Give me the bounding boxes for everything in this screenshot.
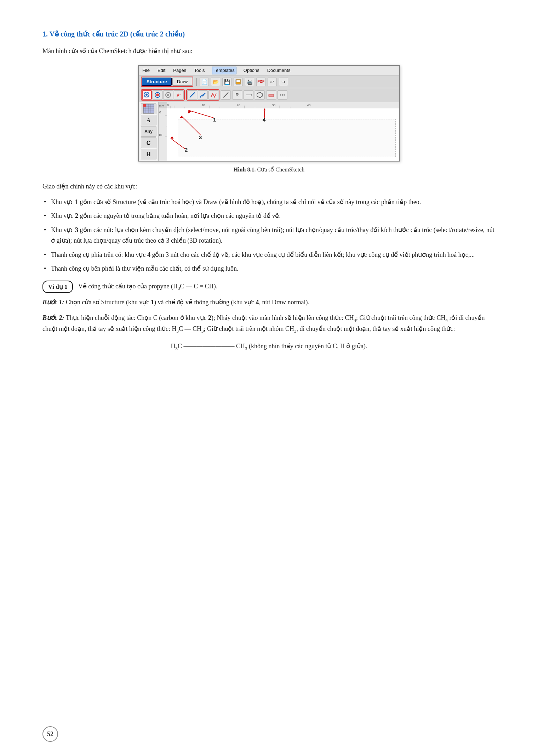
select-tools-group (141, 89, 185, 101)
chemsketch-container: File Edit Pages Tools Templates Options … (42, 65, 496, 162)
element-c[interactable]: C (141, 137, 156, 148)
svg-text:0: 0 (167, 103, 169, 107)
element-a[interactable]: A (141, 115, 156, 125)
save-file-icon[interactable]: 💾 (222, 78, 231, 86)
bullet-5: Thanh công cụ bên phải là thư viện mẫu c… (42, 264, 496, 274)
vidu-row: Ví dụ 1 Vẽ công thức cấu tạo của propyne… (42, 281, 496, 293)
vertical-ruler: 0 10 (159, 108, 167, 161)
arrow-btn[interactable] (174, 90, 184, 100)
svg-marker-50 (179, 116, 183, 118)
svg-rect-1 (236, 80, 240, 82)
buoc1-label: Bước 1: (42, 299, 64, 306)
draw-chain-btn[interactable] (208, 90, 218, 100)
menu-pages[interactable]: Pages (172, 67, 187, 75)
element-sidebar: A Any C H (139, 102, 159, 161)
intro-paragraph: Màn hình cửa sổ của ChemSketch được hiển… (42, 46, 496, 57)
redo-icon[interactable]: ↪ (279, 78, 288, 86)
drawing-canvas: 0 10 1 4 3 (159, 108, 399, 161)
svg-line-7 (190, 92, 195, 97)
svg-text:40: 40 (307, 103, 311, 107)
canvas-area: mm 0 10 20 30 (159, 102, 399, 161)
toolbar-row2: R (139, 88, 399, 102)
buoc1-para: Bước 1: Chọn cửa sổ Structure (khu vực 1… (42, 297, 496, 308)
select-rotate-btn[interactable] (153, 90, 162, 100)
buoc2-para: Bước 2: Thực hiện chuỗi động tác: Chọn C… (42, 313, 496, 335)
menu-options[interactable]: Options (243, 67, 260, 75)
draw-area (178, 119, 396, 157)
section-heading: 1. Vẽ công thức cấu trúc 2D (cấu trúc 2 … (42, 28, 496, 40)
structure-draw-group: Structure Draw (141, 77, 193, 87)
r-group-btn[interactable]: R (232, 90, 242, 100)
menu-bar: File Edit Pages Tools Templates Options … (139, 66, 399, 76)
figure-caption: Hình 8.1. Cửa sổ ChemSketch (42, 165, 496, 174)
svg-point-17 (284, 94, 285, 96)
main-area: A Any C H mm 0 (139, 102, 399, 161)
svg-line-10 (223, 92, 228, 97)
bullet-1: Khu vực 1 gồm cửa sổ Structure (vẽ cấu t… (42, 197, 496, 208)
svg-rect-25 (143, 104, 146, 107)
select-move-btn[interactable] (142, 90, 152, 100)
bullet-4: Thanh công cụ phía trên có: khu vực 4 gồ… (42, 250, 496, 260)
label-2: 2 (185, 146, 188, 154)
svg-text:20: 20 (237, 103, 240, 107)
bullet-list: Khu vực 1 gồm cửa sổ Structure (vẽ cấu t… (42, 197, 496, 274)
menu-file[interactable]: File (142, 67, 150, 75)
draw-single-btn[interactable] (221, 90, 231, 100)
svg-marker-13 (257, 92, 263, 98)
svg-marker-48 (263, 108, 265, 110)
label-4: 4 (263, 115, 265, 124)
chemsketch-window: File Edit Pages Tools Templates Options … (138, 65, 400, 162)
svg-text:10: 10 (201, 103, 205, 107)
label-3: 3 (199, 133, 202, 142)
svg-point-15 (280, 94, 281, 96)
structure-button[interactable]: Structure (142, 78, 172, 86)
eraser-btn[interactable] (266, 90, 276, 100)
draw-tools-group (186, 89, 219, 101)
menu-templates[interactable]: Templates (212, 67, 236, 75)
svg-marker-12 (251, 94, 252, 96)
svg-point-5 (156, 94, 159, 96)
draw-bond2-btn[interactable] (198, 90, 208, 100)
svg-text:0: 0 (159, 111, 161, 114)
horizontal-ruler: 0 10 20 30 40 (167, 102, 399, 108)
print-icon[interactable]: 🖨️ (245, 78, 254, 86)
undo-icon[interactable]: ↩ (268, 78, 277, 86)
page-number: 52 (42, 726, 58, 742)
svg-marker-46 (187, 109, 191, 114)
element-any[interactable]: Any (141, 126, 156, 137)
svg-text:10: 10 (159, 133, 162, 137)
svg-point-3 (145, 94, 148, 96)
buoc2-label: Bước 2: (42, 314, 64, 321)
figure-caption-rest: Cửa sổ ChemSketch (256, 167, 304, 173)
figure-caption-bold: Hình 8.1. (234, 167, 256, 173)
arrow-tool-btn[interactable] (244, 90, 253, 100)
template-ring-btn[interactable] (255, 90, 265, 100)
menu-tools[interactable]: Tools (193, 67, 205, 75)
toolbar-row1: Structure Draw 📄 📂 💾 🖨️ PDF ↩ ↪ (139, 75, 399, 88)
new-file-icon[interactable]: 📄 (200, 78, 209, 86)
chem-line: H3C ———————— CH3 (không nhìn thấy các ng… (42, 341, 496, 352)
svg-point-16 (282, 94, 283, 96)
giao-dien-text: Giao diện chính này có các khu vực: (42, 181, 496, 192)
svg-line-45 (189, 111, 214, 118)
vidu-box: Ví dụ 1 (42, 281, 73, 293)
bullet-2: Khu vực 2 gồm các nguyên tố trong bảng t… (42, 211, 496, 221)
pdf-icon[interactable]: PDF (256, 78, 265, 86)
menu-documents[interactable]: Documents (267, 67, 291, 75)
element-h[interactable]: H (141, 149, 156, 159)
svg-rect-14 (269, 94, 274, 97)
menu-edit[interactable]: Edit (157, 67, 166, 75)
save-as-icon[interactable] (234, 78, 243, 86)
periodic-table-icon[interactable] (141, 103, 156, 114)
misc-btn[interactable] (277, 90, 287, 100)
open-file-icon[interactable]: 📂 (211, 78, 220, 86)
draw-button[interactable]: Draw (172, 78, 192, 86)
svg-text:30: 30 (272, 103, 275, 107)
canvas-inner: 1 4 3 2 (167, 108, 399, 161)
bullet-3: Khu vực 3 gồm các nút: lựa chọn kèm chuy… (42, 225, 496, 246)
select-3d-btn[interactable] (163, 90, 173, 100)
label-1: 1 (213, 115, 216, 124)
separator1 (196, 78, 197, 86)
draw-bond-btn[interactable] (187, 90, 197, 100)
ruler-corner: mm (159, 102, 167, 108)
